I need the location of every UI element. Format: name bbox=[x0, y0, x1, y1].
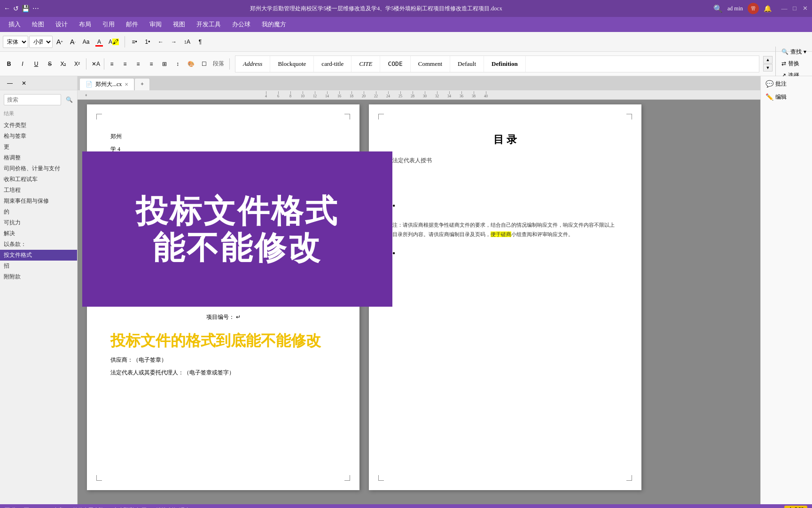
format-sep bbox=[86, 58, 86, 70]
font-selector[interactable]: 宋体 bbox=[3, 36, 28, 48]
styles-scroll-up-button[interactable]: ▲ bbox=[763, 56, 773, 64]
sidebar-search-button[interactable]: 🔍 bbox=[63, 94, 75, 106]
clear-format-button[interactable]: ✕A bbox=[89, 58, 102, 70]
sidebar-item-6[interactable]: 工培程 bbox=[0, 185, 77, 196]
show-marks-button[interactable]: ¶ bbox=[194, 36, 206, 48]
sidebar-collapse-button[interactable]: — bbox=[4, 77, 16, 89]
menu-office[interactable]: 办公球 bbox=[227, 18, 255, 31]
subscript-button[interactable]: X₂ bbox=[57, 58, 70, 70]
sidebar-item-3[interactable]: 格调整 bbox=[0, 152, 77, 163]
menu-draw[interactable]: 绘图 bbox=[27, 18, 49, 31]
sidebar-item-4[interactable]: 司同价格、计量与支付 bbox=[0, 163, 77, 174]
style-comment-item[interactable]: Comment bbox=[411, 56, 450, 72]
close-button[interactable]: ✕ bbox=[802, 5, 808, 12]
align-center-button[interactable]: ≡ bbox=[119, 58, 131, 70]
increase-indent-button[interactable]: → bbox=[168, 36, 180, 48]
increase-font-button[interactable]: A+ bbox=[54, 36, 66, 48]
window-control-icons[interactable]: ← ↺ 💾 ⋯ bbox=[4, 5, 39, 13]
ruler-mark-34: 34 bbox=[443, 91, 455, 98]
menu-devtools[interactable]: 开发工具 bbox=[192, 18, 226, 31]
border-button[interactable]: ⊞ bbox=[158, 58, 171, 70]
replace-button[interactable]: ⇄ 替换 bbox=[779, 58, 809, 69]
refresh-icon[interactable]: ↺ bbox=[13, 5, 19, 13]
special-btn[interactable]: 专业版 bbox=[784, 506, 807, 508]
window-buttons[interactable]: — □ ✕ bbox=[781, 5, 808, 12]
style-definition-item[interactable]: Definition bbox=[484, 56, 526, 72]
sidebar-item-0[interactable]: 文件类型 bbox=[0, 120, 77, 131]
styles-list[interactable]: Address Blockquote card-title CITE CODE … bbox=[235, 56, 759, 72]
change-case-button[interactable]: Aa bbox=[80, 36, 92, 48]
sidebar-item-14[interactable]: 附附款 bbox=[0, 271, 77, 282]
ruler-marks: 4 6 8 10 12 14 16 18 20 22 24 25 28 30 3… bbox=[166, 91, 492, 98]
sidebar-item-7[interactable]: 期束事任期与保修 bbox=[0, 196, 77, 206]
menu-mail[interactable]: 邮件 bbox=[121, 18, 143, 31]
italic-button[interactable]: I bbox=[16, 58, 29, 70]
font-highlight-button[interactable]: A🖍 bbox=[106, 36, 121, 48]
ruler-mark-8: 8 bbox=[284, 91, 297, 98]
style-address-item[interactable]: Address bbox=[235, 56, 270, 72]
save-icon[interactable]: 💾 bbox=[22, 5, 30, 13]
sort-button[interactable]: ↕A bbox=[181, 36, 193, 48]
new-tab-button[interactable]: + bbox=[134, 78, 150, 90]
edit-button[interactable]: ✏️ 编辑 bbox=[763, 91, 810, 103]
sidebar-item-10[interactable]: 解决 bbox=[0, 228, 77, 239]
bell-icon[interactable]: 🔔 bbox=[764, 5, 772, 13]
para-section-label: 段落 bbox=[213, 60, 224, 68]
style-card-title-item[interactable]: card-title bbox=[314, 56, 351, 72]
superscript-button[interactable]: X² bbox=[71, 58, 83, 70]
bold-button[interactable]: B bbox=[3, 58, 15, 70]
line-spacing-button[interactable]: ↕ bbox=[172, 58, 184, 70]
back-icon[interactable]: ← bbox=[4, 5, 10, 12]
maximize-button[interactable]: □ bbox=[791, 5, 798, 12]
bullet-list-button[interactable]: ≡• bbox=[128, 36, 141, 48]
menu-review[interactable]: 审阅 bbox=[145, 18, 166, 31]
styles-scroll-buttons[interactable]: ▲ ▼ bbox=[763, 56, 773, 71]
decrease-indent-button[interactable]: ← bbox=[155, 36, 167, 48]
search-icon-small: 🔍 bbox=[781, 48, 789, 56]
find-button[interactable]: 🔍 查找 ▾ bbox=[779, 47, 809, 57]
borders-button[interactable]: ☐ bbox=[198, 58, 210, 70]
strikethrough-button[interactable]: S bbox=[44, 58, 56, 70]
sidebar-close-button[interactable]: ✕ bbox=[18, 77, 30, 89]
shading-button[interactable]: 🎨 bbox=[185, 58, 197, 70]
sidebar-item-9[interactable]: 可抗力 bbox=[0, 217, 77, 228]
sidebar-item-13[interactable]: 招 bbox=[0, 261, 77, 271]
sidebar-item-8[interactable]: 的 bbox=[0, 206, 77, 217]
align-left-button[interactable]: ≡ bbox=[106, 58, 118, 70]
style-blockquote-item[interactable]: Blockquote bbox=[270, 56, 314, 72]
comment-button[interactable]: 💬 批注 bbox=[763, 78, 810, 90]
menu-view[interactable]: 视图 bbox=[168, 18, 190, 31]
pages-container[interactable]: 郑州 学 4 投标文件格式 能不能修改 项目编号： ↵ 投标文件的格式到底能不能… bbox=[78, 100, 760, 504]
align-right-button[interactable]: ≡ bbox=[132, 58, 144, 70]
numbered-list-button[interactable]: 1• bbox=[141, 36, 154, 48]
underline-button[interactable]: U bbox=[30, 58, 42, 70]
sidebar-item-1[interactable]: 检与签章 bbox=[0, 131, 77, 142]
justify-button[interactable]: ≡ bbox=[145, 58, 157, 70]
doc-tab-0[interactable]: 📄 郑州大...cx ✕ bbox=[79, 78, 134, 90]
menu-insert[interactable]: 插入 bbox=[4, 18, 25, 31]
user-avatar[interactable]: 管 bbox=[748, 3, 759, 14]
toc-title: 目 录 bbox=[392, 133, 618, 147]
style-default-item[interactable]: Default bbox=[450, 56, 484, 72]
sidebar-item-11[interactable]: 以条款： bbox=[0, 239, 77, 250]
style-cite-item[interactable]: CITE bbox=[351, 56, 380, 72]
menu-layout[interactable]: 布局 bbox=[74, 18, 96, 31]
styles-scroll-down-button[interactable]: ▼ bbox=[763, 64, 773, 71]
pro-button[interactable]: 专业版 bbox=[784, 506, 807, 508]
menu-magic[interactable]: 我的魔方 bbox=[257, 18, 291, 31]
decrease-font-button[interactable]: A- bbox=[67, 36, 79, 48]
accessibility: 辅助功能: 调查 bbox=[156, 507, 190, 508]
sidebar-item-2[interactable]: 更 bbox=[0, 142, 77, 152]
font-color-button[interactable]: A bbox=[93, 36, 105, 48]
sidebar-search-input[interactable] bbox=[4, 94, 61, 105]
doc-tab-close-0[interactable]: ✕ bbox=[125, 82, 128, 87]
sidebar-item-5[interactable]: 收和工程试车 bbox=[0, 174, 77, 185]
menu-references[interactable]: 引用 bbox=[98, 18, 119, 31]
search-icon[interactable]: 🔍 bbox=[713, 4, 723, 13]
font-size-selector[interactable]: 小四 bbox=[29, 36, 53, 48]
more-icon[interactable]: ⋯ bbox=[32, 5, 39, 13]
menu-design[interactable]: 设计 bbox=[51, 18, 72, 31]
sidebar-item-12[interactable]: 投文件格式 bbox=[0, 250, 77, 261]
minimize-button[interactable]: — bbox=[781, 5, 788, 12]
style-code-item[interactable]: CODE bbox=[380, 56, 410, 72]
